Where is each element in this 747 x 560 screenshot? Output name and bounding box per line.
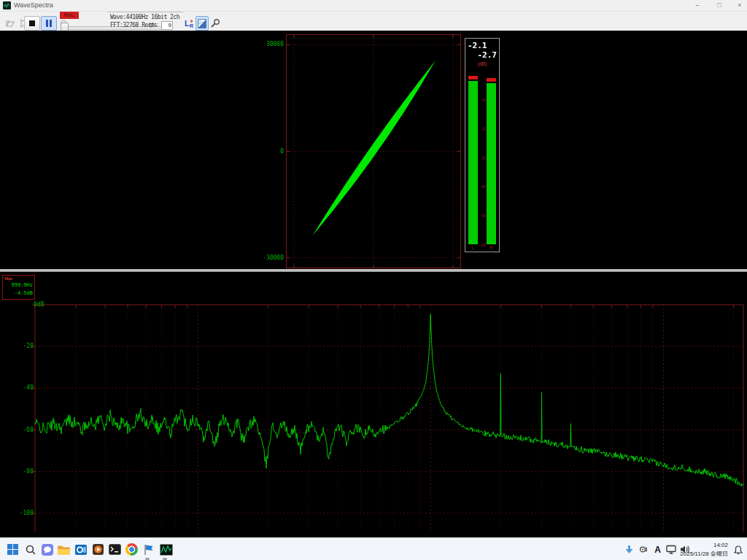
- fps-value-box[interactable]: 9: [161, 21, 173, 30]
- spectrum-ytick-label: -80: [10, 468, 34, 475]
- tray-clock-time[interactable]: 14:02: [686, 542, 728, 548]
- pause-icon: [45, 20, 53, 27]
- spectrum-ytick-label: -60: [10, 427, 34, 433]
- meter-scale-label: -10: [477, 97, 487, 102]
- tray-clock-date[interactable]: 2025/11/28 金曜日: [675, 550, 728, 558]
- ime-mode-label: A: [654, 545, 661, 555]
- outlook-button[interactable]: [73, 542, 88, 557]
- pause-button[interactable]: [41, 16, 57, 31]
- file-explorer-button[interactable]: [56, 542, 71, 557]
- fps-label: fps:: [149, 21, 158, 28]
- scope-ytick-label: -30000: [259, 254, 284, 261]
- bell-icon: [733, 545, 743, 555]
- chat-app-button[interactable]: [39, 542, 55, 557]
- stop-icon: [28, 20, 36, 27]
- meter-channel-label: R: [486, 245, 496, 251]
- spectrum-plot: [0, 272, 747, 532]
- level-meter-panel: -2.1 -2.7 (dB) -10-20-30-40-50-60LR: [465, 38, 500, 252]
- meter-scale-label: -20: [477, 126, 487, 131]
- wave-info: Wave:44100Hz 16bit 2ch: [110, 14, 182, 20]
- meter-scale-label: -30: [477, 155, 487, 160]
- channel-select-button[interactable]: L R: [182, 16, 196, 31]
- media-player-button[interactable]: [141, 542, 156, 557]
- flag-app-icon: [142, 543, 155, 556]
- peak-readout-box: Max 999.9Hz -4.5dB: [2, 275, 35, 300]
- open-icon: [5, 19, 15, 28]
- lissajous-scope-plot: [286, 34, 461, 268]
- spectrum-ytick-label: -40: [10, 384, 34, 391]
- scope-ytick-label: 30000: [259, 41, 284, 47]
- scope-ytick-label: 0: [259, 148, 284, 155]
- close-button[interactable]: ×: [732, 1, 747, 9]
- media-app-icon: [92, 543, 104, 556]
- wavespectra-taskbar-button[interactable]: [158, 542, 174, 557]
- meter-level-bar: [468, 81, 478, 244]
- maximize-button[interactable]: □: [711, 1, 727, 9]
- tray-audio-device-button[interactable]: [635, 542, 651, 557]
- chrome-button[interactable]: [124, 542, 139, 557]
- search-icon: [25, 544, 36, 556]
- spectrum-ytick-label: -20: [10, 343, 34, 349]
- notification-bell-button[interactable]: [730, 542, 746, 557]
- desktop: WaveSpectra – □ × Rec. Wave:44100Hz 16bi…: [0, 0, 747, 560]
- meter-scale-label: -50: [477, 213, 487, 218]
- meter-unit-label: (dB): [465, 61, 499, 66]
- meter-peak-cap: [468, 76, 478, 79]
- wavespectra-icon: [160, 544, 173, 556]
- terminal-icon: [109, 544, 121, 555]
- max-frequency: 999.9Hz: [11, 282, 33, 288]
- svg-text:R: R: [190, 23, 193, 28]
- window-title: WaveSpectra: [14, 1, 53, 9]
- peak-value-left: -2.1: [468, 41, 487, 50]
- settings-wrench-icon: [210, 18, 220, 28]
- max-label: Max: [4, 276, 12, 281]
- chrome-icon: [125, 543, 138, 556]
- meter-level-bar: [487, 83, 496, 244]
- channel-lr-icon: L R: [184, 18, 194, 28]
- tray-download-arrow-button[interactable]: [622, 542, 637, 557]
- media-app-button[interactable]: [90, 542, 106, 557]
- download-arrow-icon: [624, 545, 634, 555]
- start-button[interactable]: [5, 542, 20, 557]
- terminal-button[interactable]: [107, 542, 123, 557]
- meter-peak-cap: [487, 78, 496, 82]
- windows-logo-icon: [7, 543, 19, 556]
- settings-button[interactable]: [209, 16, 222, 31]
- folder-icon: [57, 544, 71, 556]
- outlook-icon: [74, 543, 88, 556]
- meter-channel-label: L: [468, 245, 478, 251]
- title-bar: WaveSpectra – □ ×: [0, 0, 747, 12]
- minimize-button[interactable]: –: [689, 1, 705, 9]
- max-level: -4.5dB: [15, 290, 33, 296]
- record-status-badge: Rec.: [60, 12, 79, 19]
- peak-value-right: -2.7: [478, 50, 498, 60]
- stop-button[interactable]: [24, 16, 40, 31]
- meter-scale-label: -40: [477, 184, 487, 189]
- chat-icon: [41, 543, 54, 556]
- display-mode-button[interactable]: [196, 16, 209, 31]
- ime-indicator-button[interactable]: A: [650, 542, 665, 557]
- search-button[interactable]: [23, 542, 38, 557]
- display-mode-icon: [198, 19, 206, 28]
- svg-text:L: L: [185, 19, 190, 28]
- spectrum-ytick-label: -100: [10, 510, 34, 516]
- spectrum-ytick-label: 0dB: [34, 301, 44, 308]
- toolbar: Rec. Wave:44100Hz 16bit 2ch FFT:32768 Re…: [0, 12, 747, 31]
- app-icon: [3, 1, 11, 9]
- tray-audio-icon: [638, 545, 649, 554]
- main-client-area: 300000-30000 -2.1 -2.7 (dB) -10-20-30-40…: [0, 31, 747, 537]
- taskbar: A 14:02 2025/11/28 金曜日: [0, 537, 747, 560]
